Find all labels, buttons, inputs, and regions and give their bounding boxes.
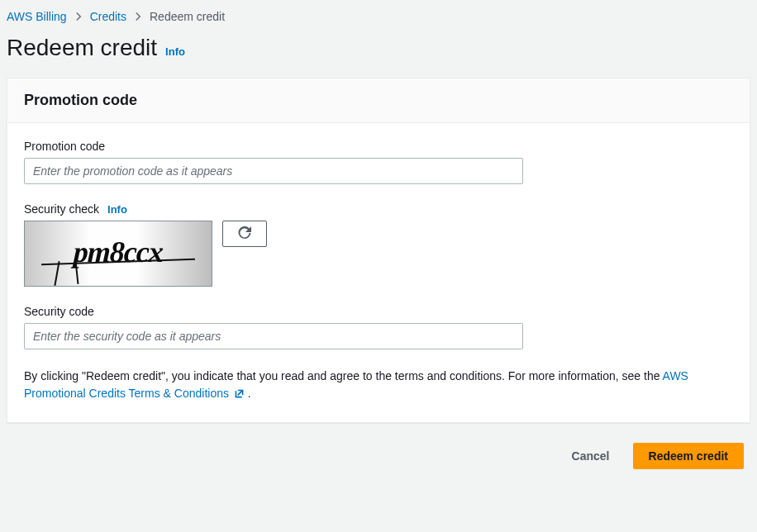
cancel-button[interactable]: Cancel bbox=[557, 443, 625, 469]
external-link-icon bbox=[234, 388, 245, 399]
page-title: Redeem credit Info bbox=[7, 30, 750, 78]
refresh-icon bbox=[238, 226, 251, 242]
page-title-text: Redeem credit bbox=[7, 35, 157, 61]
terms-disclosure: By clicking "Redeem credit", you indicat… bbox=[24, 368, 733, 402]
promotion-code-input[interactable] bbox=[24, 158, 523, 184]
info-link[interactable]: Info bbox=[165, 45, 185, 58]
breadcrumb-link-credits[interactable]: Credits bbox=[90, 10, 126, 23]
security-check-info-link[interactable]: Info bbox=[107, 203, 127, 216]
breadcrumb-link-billing[interactable]: AWS Billing bbox=[7, 10, 67, 23]
panel-title: Promotion code bbox=[24, 92, 733, 109]
chevron-right-icon bbox=[133, 12, 143, 21]
action-row: Cancel Redeem credit bbox=[7, 423, 750, 469]
disclosure-prefix: By clicking "Redeem credit", you indicat… bbox=[24, 369, 663, 382]
promotion-code-label: Promotion code bbox=[24, 140, 733, 153]
captcha-image: pm8ccx bbox=[24, 221, 212, 287]
disclosure-suffix: . bbox=[248, 387, 251, 400]
breadcrumb: AWS Billing Credits Redeem credit bbox=[7, 7, 750, 30]
redeem-credit-button[interactable]: Redeem credit bbox=[633, 443, 744, 469]
captcha-text: pm8ccx bbox=[73, 235, 163, 269]
chevron-right-icon bbox=[74, 12, 83, 21]
security-code-input[interactable] bbox=[24, 323, 523, 349]
breadcrumb-current: Redeem credit bbox=[150, 10, 225, 23]
panel-header: Promotion code bbox=[7, 78, 750, 123]
security-code-label: Security code bbox=[24, 305, 733, 318]
promotion-code-panel: Promotion code Promotion code Security c… bbox=[7, 78, 750, 423]
refresh-captcha-button[interactable] bbox=[222, 221, 267, 247]
security-check-label: Security check bbox=[24, 202, 99, 216]
